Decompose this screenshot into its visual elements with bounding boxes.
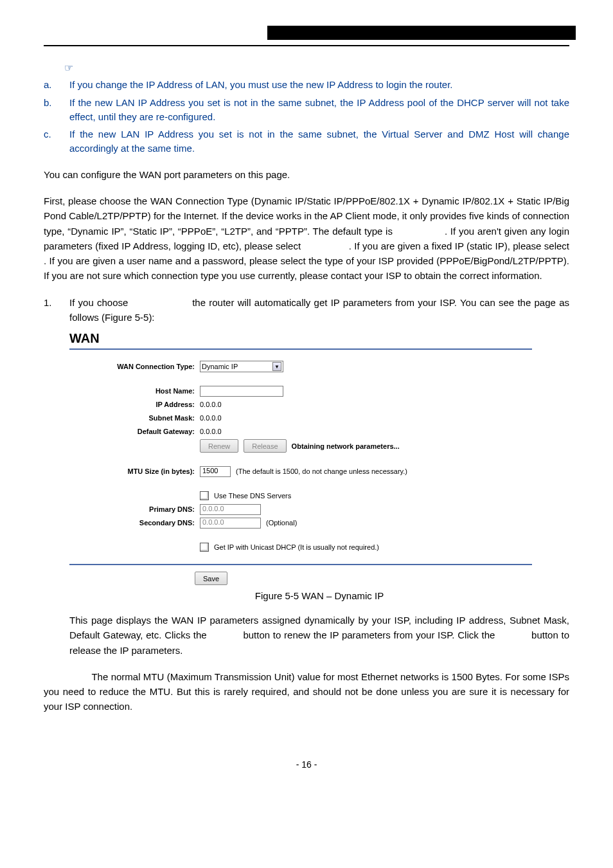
row-secondary-dns: Secondary DNS: 0.0.0.0 (Optional) <box>75 517 527 529</box>
label-hostname: Host Name: <box>75 387 200 395</box>
note-item-b: b. If the new LAN IP Address you set is … <box>44 96 569 124</box>
numbered-item-1: 1. If you choose the router will automat… <box>44 295 569 325</box>
row-unicast: Get IP with Unicast DHCP (It is usually … <box>75 541 527 553</box>
input-primary-dns[interactable]: 0.0.0.0 <box>200 504 261 515</box>
label-mtu: MTU Size (in bytes): <box>75 467 200 475</box>
label-mask: Subnet Mask: <box>75 414 200 422</box>
paragraph-mtu-desc: The normal MTU (Maximum Transmission Uni… <box>44 669 569 714</box>
value-gateway: 0.0.0.0 <box>200 428 222 435</box>
row-primary-dns: Primary DNS: 0.0.0.0 <box>75 503 527 515</box>
header-rule <box>44 45 569 46</box>
row-ip: IP Address: 0.0.0.0 <box>75 399 527 410</box>
select-conn-value: Dynamic IP <box>202 363 238 370</box>
renew-button[interactable]: Renew <box>200 439 238 453</box>
label-secondary-dns: Secondary DNS: <box>75 519 200 527</box>
release-button[interactable]: Release <box>244 439 286 453</box>
select-conn-type[interactable]: Dynamic IP ▼ <box>200 361 283 372</box>
header-bar <box>44 26 569 41</box>
wan-panel: WAN Connection Type: Dynamic IP ▼ Host N… <box>69 348 532 565</box>
label-ip: IP Address: <box>75 401 200 408</box>
input-secondary-dns[interactable]: 0.0.0.0 <box>200 518 261 529</box>
page-number: - 16 - <box>44 759 569 770</box>
save-row: Save <box>195 572 613 585</box>
note-text: If the new LAN IP Address you set is not… <box>69 96 569 124</box>
note-list: a. If you change the IP Address of LAN, … <box>44 78 569 156</box>
note-item-a: a. If you change the IP Address of LAN, … <box>44 78 569 92</box>
value-mask: 0.0.0.0 <box>200 414 222 422</box>
row-conn-type: WAN Connection Type: Dynamic IP ▼ <box>75 361 527 372</box>
paragraph-conn-types: First, please choose the WAN Connection … <box>44 194 569 284</box>
note-text: If you change the IP Address of LAN, you… <box>69 78 569 92</box>
row-mtu: MTU Size (in bytes): 1500 (The default i… <box>75 466 527 477</box>
note-letter: c. <box>44 127 69 156</box>
chevron-down-icon: ▼ <box>272 362 281 371</box>
header-black-block <box>267 26 576 40</box>
note-block: ☞ a. If you change the IP Address of LAN… <box>44 62 569 156</box>
label-unicast: Get IP with Unicast DHCP (It is usually … <box>214 543 379 551</box>
note-letter: b. <box>44 96 69 124</box>
checkbox-unicast[interactable] <box>200 543 209 552</box>
note-hand-icon: ☞ <box>64 62 569 74</box>
note-item-c: c. If the new LAN IP Address you set is … <box>44 127 569 156</box>
row-mask: Subnet Mask: 0.0.0.0 <box>75 412 527 424</box>
value-ip: 0.0.0.0 <box>200 401 222 408</box>
page: ☞ a. If you change the IP Address of LAN… <box>0 0 613 795</box>
mtu-note: (The default is 1500, do not change unle… <box>236 467 407 475</box>
figure-caption: Figure 5-5 WAN – Dynamic IP <box>69 590 569 601</box>
row-gateway: Default Gateway: 0.0.0.0 <box>75 426 527 437</box>
input-mtu[interactable]: 1500 <box>200 466 231 477</box>
row-hostname: Host Name: <box>75 385 527 397</box>
label-primary-dns: Primary DNS: <box>75 505 200 513</box>
num-marker: 1. <box>44 295 69 325</box>
num-text: If you choose the router will automatica… <box>69 295 569 325</box>
secondary-dns-optional: (Optional) <box>266 519 297 527</box>
label-use-dns: Use These DNS Servers <box>214 492 291 500</box>
label-gateway: Default Gateway: <box>75 428 200 435</box>
row-buttons: Renew Release Obtaining network paramete… <box>75 439 527 453</box>
paragraph-wan-desc: This page displays the WAN IP parameters… <box>69 613 569 658</box>
checkbox-use-dns[interactable] <box>200 491 209 500</box>
status-text: Obtaining network parameters... <box>292 442 400 450</box>
wan-heading: WAN <box>69 331 569 346</box>
paragraph-intro: You can configure the WAN port parameter… <box>44 167 569 182</box>
label-conn-type: WAN Connection Type: <box>75 363 200 370</box>
input-hostname[interactable] <box>200 386 283 397</box>
figure-wan: WAN WAN Connection Type: Dynamic IP ▼ Ho… <box>69 331 569 601</box>
note-letter: a. <box>44 78 69 92</box>
save-button[interactable]: Save <box>195 572 227 585</box>
row-use-dns: Use These DNS Servers <box>75 490 527 502</box>
note-text: If the new LAN IP Address you set is not… <box>69 127 569 156</box>
